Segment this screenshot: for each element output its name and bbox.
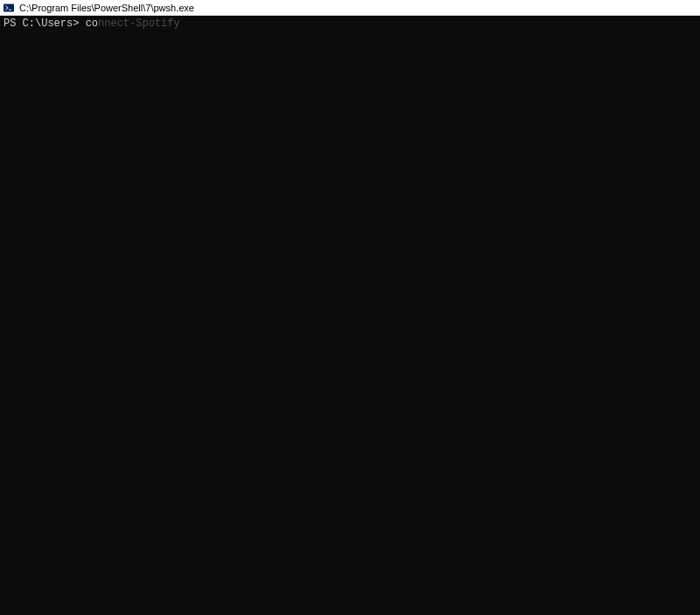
prompt-line: PS C:\Users> connect-Spotify xyxy=(4,17,696,30)
typed-input[interactable]: co xyxy=(86,17,98,30)
terminal-area[interactable]: PS C:\Users> connect-Spotify xyxy=(0,16,700,615)
powershell-icon xyxy=(4,3,14,13)
window-title: C:\Program Files\PowerShell\7\pwsh.exe xyxy=(19,3,194,13)
window-titlebar[interactable]: C:\Program Files\PowerShell\7\pwsh.exe xyxy=(0,0,700,16)
powershell-window: C:\Program Files\PowerShell\7\pwsh.exe P… xyxy=(0,0,700,615)
autocomplete-suggestion: nnect-Spotify xyxy=(98,17,180,30)
prompt-prefix: PS C:\Users> xyxy=(4,17,86,30)
